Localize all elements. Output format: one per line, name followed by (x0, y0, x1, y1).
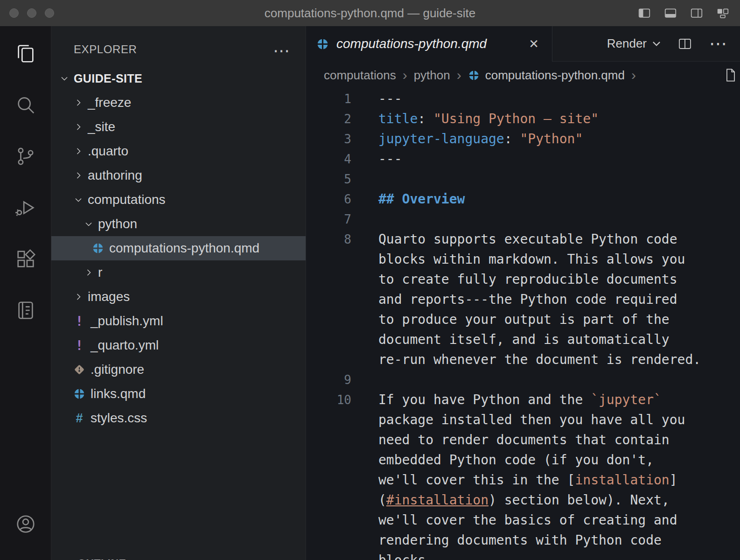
more-actions-icon[interactable]: ⋯ (709, 38, 727, 49)
extensions-icon[interactable] (15, 248, 36, 270)
breadcrumb-item-computations[interactable]: computations (324, 68, 396, 83)
line-number: 7 (306, 212, 351, 226)
code-line-text: blocks within markdown. This allows you (351, 252, 685, 267)
run-and-debug-icon[interactable] (15, 197, 36, 218)
tree-item--site[interactable]: _site (51, 115, 306, 139)
tree-item-label: GUIDE-SITE (74, 72, 142, 85)
editor-actions: Render ⋯ (552, 26, 740, 62)
toggle-secondary-sidebar-icon[interactable] (690, 6, 704, 20)
code-line[interactable]: blocks within markdown. This allows you (306, 249, 740, 269)
breadcrumb: computations › python › computations-pyt… (306, 62, 740, 89)
accounts-icon[interactable] (15, 513, 36, 535)
source-control-icon[interactable] (15, 146, 36, 167)
tree-item-computations[interactable]: computations (51, 188, 306, 212)
quarto-icon (468, 70, 480, 81)
code-line[interactable]: embedded Python code (if you don't, (306, 450, 740, 470)
code-line[interactable]: rendering documents with Python code (306, 530, 740, 550)
line-number: 10 (306, 393, 351, 407)
quarto-icon (73, 388, 86, 400)
toggle-primary-sidebar-icon[interactable] (637, 6, 651, 20)
code-line[interactable]: 5 (306, 169, 740, 189)
outline-label: OUTLINE (77, 558, 126, 560)
tree-item-label: images (88, 289, 130, 304)
chevron-right-icon (73, 291, 84, 302)
tree-item-label: _freeze (88, 95, 131, 110)
chevron-right-icon (73, 97, 84, 108)
line-number: 5 (306, 172, 351, 186)
customize-layout-icon[interactable] (716, 6, 730, 20)
chevron-right-icon (63, 558, 74, 560)
code-line[interactable]: blocks. (306, 550, 740, 560)
code-line[interactable]: 2title: "Using Python — site" (306, 109, 740, 129)
breadcrumb-item-python[interactable]: python (414, 68, 450, 83)
tree-item-links-qmd[interactable]: links.qmd (51, 382, 306, 406)
outline-section-header[interactable]: OUTLINE (51, 552, 306, 560)
code-line[interactable]: 10If you have Python and the `jupyter` (306, 390, 740, 410)
css-icon: # (73, 411, 86, 426)
tree-item-label: computations-python.qmd (109, 241, 259, 256)
tree-item--freeze[interactable]: _freeze (51, 91, 306, 115)
search-icon[interactable] (15, 94, 36, 116)
code-line[interactable]: 4--- (306, 149, 740, 169)
chevron-down-icon (652, 41, 661, 47)
tree-item-label: .gitignore (91, 362, 144, 377)
code-line[interactable]: 1--- (306, 89, 740, 109)
code-line[interactable]: to produce your output is part of the (306, 309, 740, 329)
toggle-panel-icon[interactable] (663, 6, 677, 20)
code-line[interactable]: 3jupyter-language: "Python" (306, 129, 740, 149)
code-line[interactable]: we'll cover this in the [installation] (306, 470, 740, 490)
code-line-text: jupyter-language: "Python" (351, 131, 583, 147)
tree-item--quarto[interactable]: .quarto (51, 139, 306, 163)
code-line[interactable]: document itself, and is automatically (306, 329, 740, 350)
tree-item--quarto-yml[interactable]: !_quarto.yml (51, 333, 306, 357)
explorer-icon[interactable] (15, 43, 36, 64)
activity-bar (0, 26, 51, 560)
code-line[interactable]: 7 (306, 209, 740, 229)
code-line[interactable]: to create fully reproducible documents (306, 269, 740, 289)
code-editor[interactable]: 1---2title: "Using Python — site"3jupyte… (306, 89, 740, 560)
code-line[interactable]: 9 (306, 370, 740, 390)
code-line[interactable]: need to render documents that contain (306, 430, 740, 450)
tab-bar: computations-python.qmd ✕ Render ⋯ (306, 26, 740, 62)
tree-item-python[interactable]: python (51, 212, 306, 236)
tree-item-styles-css[interactable]: #styles.css (51, 406, 306, 430)
line-number: 1 (306, 92, 351, 106)
code-line[interactable]: 6## Overview (306, 189, 740, 209)
code-line[interactable]: (#installation) section below). Next, (306, 490, 740, 510)
code-line[interactable]: and reports---the Python code required (306, 289, 740, 309)
window-title: computations-python.qmd — guide-site (265, 6, 475, 21)
zoom-window-button[interactable] (45, 8, 54, 18)
code-line[interactable]: 8Quarto supports executable Python code (306, 229, 740, 249)
minimize-window-button[interactable] (27, 8, 36, 18)
code-line-text: Quarto supports executable Python code (351, 231, 677, 247)
tab-computations-python-qmd[interactable]: computations-python.qmd ✕ (306, 26, 552, 62)
render-button[interactable]: Render (607, 36, 661, 51)
code-line-text: we'll cover this in the [installation] (351, 472, 677, 488)
notebook-icon[interactable] (15, 300, 36, 321)
tree-item--gitignore[interactable]: .gitignore (51, 357, 306, 382)
tree-item-guide-site[interactable]: GUIDE-SITE (51, 66, 306, 91)
tree-item--publish-yml[interactable]: !_publish.yml (51, 309, 306, 333)
tree-item-label: links.qmd (91, 386, 146, 401)
breadcrumb-item-file[interactable]: computations-python.qmd (485, 68, 625, 83)
tree-item-r[interactable]: r (51, 260, 306, 285)
tree-item-computations-python-qmd[interactable]: computations-python.qmd (51, 236, 306, 260)
chevron-down-icon (59, 73, 70, 84)
close-window-button[interactable] (9, 8, 19, 18)
tree-item-authoring[interactable]: authoring (51, 163, 306, 188)
more-actions-icon[interactable]: ⋯ (273, 46, 290, 56)
code-line-text: blocks. (351, 553, 433, 560)
tree-item-images[interactable]: images (51, 285, 306, 309)
titlebar: computations-python.qmd — guide-site (0, 0, 740, 26)
code-line-text: --- (351, 91, 402, 106)
explorer-sidebar: EXPLORER ⋯ GUIDE-SITE_freeze_site.quarto… (51, 26, 306, 560)
tab-label: computations-python.qmd (336, 36, 487, 51)
split-editor-icon[interactable] (677, 36, 692, 51)
traffic-lights (0, 8, 54, 18)
code-line[interactable]: package installed then you have all you (306, 410, 740, 430)
chevron-right-icon: › (456, 67, 462, 83)
code-line[interactable]: re-run whenever the document is rendered… (306, 350, 740, 370)
close-icon[interactable]: ✕ (526, 37, 542, 51)
chevron-down-icon (83, 218, 94, 230)
code-line[interactable]: we'll cover the basics of creating and (306, 510, 740, 530)
